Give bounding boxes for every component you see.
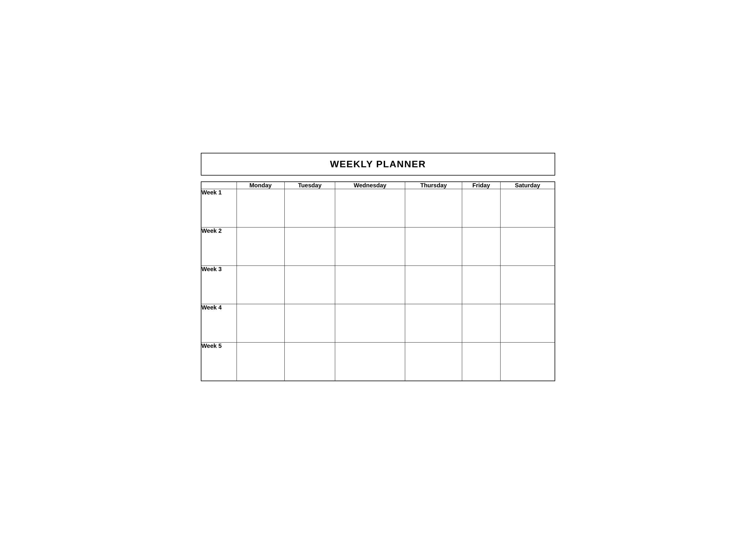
cell-week1-day5[interactable] (462, 189, 500, 227)
cell-week2-day1[interactable] (236, 227, 284, 266)
week-label-1: Week 1 (201, 189, 236, 227)
cell-week5-day4[interactable] (405, 343, 462, 381)
table-row: Week 1 (201, 189, 555, 227)
cell-week4-day1[interactable] (236, 304, 284, 343)
header-wednesday: Wednesday (335, 182, 405, 189)
header-empty (201, 182, 236, 189)
table-row: Week 2 (201, 227, 555, 266)
table-row: Week 3 (201, 266, 555, 304)
cell-week3-day1[interactable] (236, 266, 284, 304)
planner-title-box: WEEKLY PLANNER (201, 153, 555, 176)
planner-container: WEEKLY PLANNER Monday Tuesday Wednesday … (201, 153, 555, 381)
header-saturday: Saturday (500, 182, 555, 189)
cell-week1-day1[interactable] (236, 189, 284, 227)
header-friday: Friday (462, 182, 500, 189)
cell-week3-day6[interactable] (500, 266, 555, 304)
header-row: Monday Tuesday Wednesday Thursday Friday… (201, 182, 555, 189)
cell-week2-day2[interactable] (284, 227, 335, 266)
header-thursday: Thursday (405, 182, 462, 189)
planner-table: Monday Tuesday Wednesday Thursday Friday… (201, 181, 555, 381)
cell-week4-day2[interactable] (284, 304, 335, 343)
cell-week5-day5[interactable] (462, 343, 500, 381)
header-tuesday: Tuesday (284, 182, 335, 189)
header-monday: Monday (236, 182, 284, 189)
cell-week1-day4[interactable] (405, 189, 462, 227)
cell-week1-day6[interactable] (500, 189, 555, 227)
cell-week4-day4[interactable] (405, 304, 462, 343)
cell-week2-day4[interactable] (405, 227, 462, 266)
cell-week5-day3[interactable] (335, 343, 405, 381)
cell-week4-day5[interactable] (462, 304, 500, 343)
cell-week3-day5[interactable] (462, 266, 500, 304)
cell-week4-day6[interactable] (500, 304, 555, 343)
cell-week4-day3[interactable] (335, 304, 405, 343)
table-row: Week 5 (201, 343, 555, 381)
cell-week3-day2[interactable] (284, 266, 335, 304)
cell-week5-day2[interactable] (284, 343, 335, 381)
cell-week5-day6[interactable] (500, 343, 555, 381)
week-label-3: Week 3 (201, 266, 236, 304)
cell-week3-day3[interactable] (335, 266, 405, 304)
planner-title: WEEKLY PLANNER (330, 159, 426, 169)
week-label-4: Week 4 (201, 304, 236, 343)
cell-week5-day1[interactable] (236, 343, 284, 381)
week-label-2: Week 2 (201, 227, 236, 266)
table-row: Week 4 (201, 304, 555, 343)
week-label-5: Week 5 (201, 343, 236, 381)
cell-week2-day3[interactable] (335, 227, 405, 266)
cell-week2-day5[interactable] (462, 227, 500, 266)
cell-week3-day4[interactable] (405, 266, 462, 304)
cell-week2-day6[interactable] (500, 227, 555, 266)
cell-week1-day3[interactable] (335, 189, 405, 227)
cell-week1-day2[interactable] (284, 189, 335, 227)
